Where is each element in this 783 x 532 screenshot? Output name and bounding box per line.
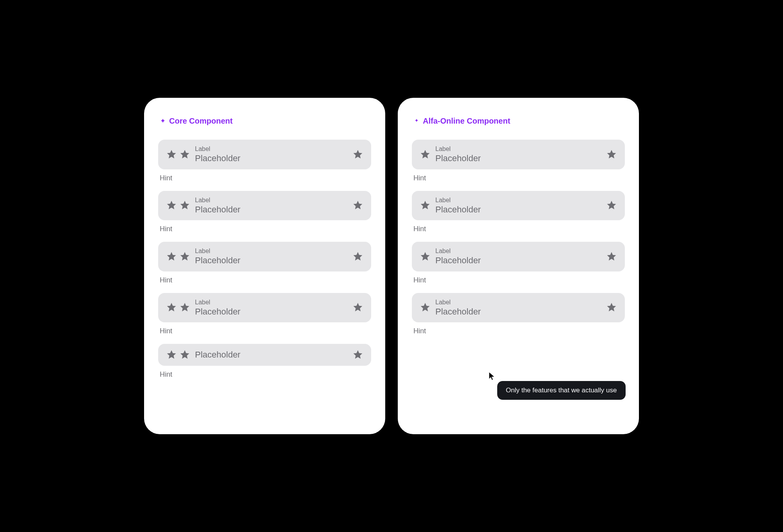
input-field[interactable]: Label Placeholder <box>412 140 625 169</box>
core-field-block: Label Placeholder Hint <box>158 293 371 336</box>
alfa-panel-title: Alfa-Online Component <box>412 117 625 126</box>
star-icon <box>352 349 363 360</box>
input-field[interactable]: Label Placeholder <box>158 191 371 221</box>
star-icon <box>179 200 190 211</box>
star-icon <box>352 200 363 211</box>
field-hint: Hint <box>158 276 371 284</box>
leading-icons <box>420 302 431 313</box>
star-icon <box>420 302 431 313</box>
core-field-block: Label Placeholder Hint <box>158 191 371 234</box>
core-panel-title-text: Core Component <box>169 117 233 126</box>
field-label: Label <box>435 298 481 306</box>
field-placeholder: Placeholder <box>435 153 481 164</box>
field-label: Label <box>435 247 481 255</box>
comparison-stage: Core Component Label Placeholder Hint <box>144 98 639 434</box>
field-label: Label <box>195 196 240 204</box>
leading-icons <box>166 200 190 211</box>
field-label: Label <box>195 145 240 153</box>
star-icon <box>166 349 177 360</box>
field-placeholder: Placeholder <box>195 306 240 317</box>
leading-icons <box>166 149 190 160</box>
star-icon <box>352 251 363 262</box>
star-icon <box>606 302 617 313</box>
core-panel-title: Core Component <box>158 117 371 126</box>
star-icon <box>352 302 363 313</box>
alfa-field-block: Label Placeholder Hint <box>412 293 625 336</box>
input-field[interactable]: Label Placeholder <box>412 293 625 323</box>
leading-icons <box>166 349 190 360</box>
field-hint: Hint <box>412 174 625 182</box>
leading-icons <box>166 302 190 313</box>
field-hint: Hint <box>412 225 625 233</box>
field-label: Label <box>195 298 240 306</box>
field-placeholder: Placeholder <box>435 255 481 266</box>
star-icon <box>420 200 431 211</box>
core-component-panel: Core Component Label Placeholder Hint <box>144 98 385 434</box>
core-field-block: Placeholder Hint <box>158 344 371 379</box>
component-diamond-icon <box>160 118 166 124</box>
field-placeholder: Placeholder <box>435 204 481 215</box>
field-hint: Hint <box>158 327 371 335</box>
star-icon <box>166 200 177 211</box>
field-placeholder: Placeholder <box>195 350 240 360</box>
field-hint: Hint <box>412 327 625 335</box>
leading-icons <box>420 200 431 211</box>
field-hint: Hint <box>412 276 625 284</box>
field-label: Label <box>435 196 481 204</box>
alfa-panel-title-text: Alfa-Online Component <box>423 117 510 126</box>
star-icon <box>166 251 177 262</box>
star-icon <box>179 349 190 360</box>
star-icon <box>420 149 431 160</box>
input-field[interactable]: Label Placeholder <box>158 242 371 271</box>
input-field[interactable]: Label Placeholder <box>158 140 371 169</box>
field-placeholder: Placeholder <box>195 204 240 215</box>
star-icon <box>166 149 177 160</box>
field-placeholder: Placeholder <box>195 255 240 266</box>
leading-icons <box>166 251 190 262</box>
field-placeholder: Placeholder <box>435 306 481 317</box>
field-hint: Hint <box>158 174 371 182</box>
input-field[interactable]: Label Placeholder <box>412 242 625 271</box>
field-label: Label <box>435 145 481 153</box>
input-field[interactable]: Placeholder <box>158 344 371 366</box>
star-icon <box>606 251 617 262</box>
star-icon <box>606 149 617 160</box>
star-icon <box>166 302 177 313</box>
star-icon <box>352 149 363 160</box>
star-icon <box>179 302 190 313</box>
alfa-component-panel: Alfa-Online Component Label Placeholder … <box>398 98 639 434</box>
leading-icons <box>420 251 431 262</box>
input-field[interactable]: Label Placeholder <box>158 293 371 323</box>
star-icon <box>179 251 190 262</box>
core-field-block: Label Placeholder Hint <box>158 242 371 284</box>
alfa-field-block: Label Placeholder Hint <box>412 191 625 234</box>
field-hint: Hint <box>158 370 371 379</box>
star-icon <box>420 251 431 262</box>
input-field[interactable]: Label Placeholder <box>412 191 625 221</box>
alfa-field-block: Label Placeholder Hint <box>412 140 625 182</box>
field-placeholder: Placeholder <box>195 153 240 164</box>
leading-icons <box>420 149 431 160</box>
star-icon <box>606 200 617 211</box>
core-field-block: Label Placeholder Hint <box>158 140 371 182</box>
component-diamond-icon <box>413 118 420 124</box>
field-hint: Hint <box>158 225 371 233</box>
alfa-field-block: Label Placeholder Hint <box>412 242 625 284</box>
star-icon <box>179 149 190 160</box>
field-label: Label <box>195 247 240 255</box>
